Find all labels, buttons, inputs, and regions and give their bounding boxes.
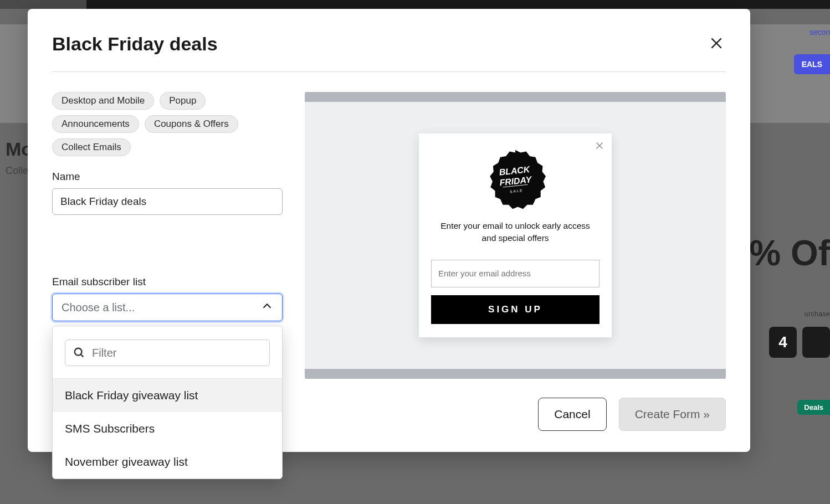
option-november-giveaway[interactable]: November giveaway list bbox=[53, 445, 282, 479]
tag-popup[interactable]: Popup bbox=[160, 92, 206, 110]
option-sms-subscribers[interactable]: SMS Subscribers bbox=[53, 412, 282, 445]
cancel-button[interactable]: Cancel bbox=[538, 398, 606, 431]
subscriber-list-dropdown: Black Friday giveaway list SMS Subscribe… bbox=[52, 326, 283, 479]
close-icon bbox=[709, 36, 724, 50]
popup-signup-button[interactable]: SIGN UP bbox=[431, 295, 600, 324]
black-friday-badge-icon: BLACK FRIDAY SALE bbox=[484, 148, 546, 210]
tag-announcements[interactable]: Announcements bbox=[52, 115, 139, 133]
modal-footer: Cancel Create Form » bbox=[305, 379, 726, 431]
select-placeholder: Choose a list... bbox=[62, 301, 135, 314]
bg-page-subtitle: Colle bbox=[6, 165, 28, 177]
dropdown-filter-wrap bbox=[53, 340, 282, 379]
name-label: Name bbox=[52, 171, 283, 183]
bg-active-tab bbox=[0, 0, 86, 9]
close-button[interactable] bbox=[707, 34, 726, 55]
subscriber-list-select-wrap: Choose a list... Black Friday giveaway l… bbox=[52, 294, 283, 321]
svg-line-1 bbox=[81, 354, 84, 357]
svg-point-0 bbox=[75, 348, 82, 356]
create-form-button[interactable]: Create Form » bbox=[619, 398, 726, 431]
popup-email-input[interactable] bbox=[431, 260, 600, 287]
form-left-column: Desktop and Mobile Popup Announcements C… bbox=[52, 92, 283, 432]
create-form-modal: Black Friday deals Desktop and Mobile Po… bbox=[28, 9, 750, 452]
modal-header: Black Friday deals bbox=[52, 33, 726, 72]
modal-body: Desktop and Mobile Popup Announcements C… bbox=[52, 72, 726, 432]
close-icon bbox=[595, 141, 604, 150]
bg-countdown: 4 bbox=[769, 327, 830, 358]
tag-list: Desktop and Mobile Popup Announcements C… bbox=[52, 92, 283, 156]
bg-countdown-box bbox=[802, 327, 830, 358]
bg-deals-badge: EALS bbox=[794, 54, 830, 74]
filter-input[interactable] bbox=[92, 347, 262, 359]
bg-countdown-box: 4 bbox=[769, 327, 797, 358]
dropdown-filter bbox=[65, 340, 270, 366]
chevron-up-icon bbox=[261, 300, 273, 315]
preview-column: BLACK FRIDAY SALE Enter your email to un… bbox=[305, 92, 726, 432]
subscriber-list-select[interactable]: Choose a list... bbox=[52, 294, 283, 321]
bg-deals-pill: Deals bbox=[797, 400, 830, 415]
name-input[interactable] bbox=[52, 188, 283, 215]
bg-topbar bbox=[0, 0, 830, 9]
popup-preview: BLACK FRIDAY SALE Enter your email to un… bbox=[419, 133, 612, 337]
tag-desktop-mobile[interactable]: Desktop and Mobile bbox=[52, 92, 154, 110]
modal-title: Black Friday deals bbox=[52, 33, 218, 55]
form-preview-pane: BLACK FRIDAY SALE Enter your email to un… bbox=[305, 92, 726, 379]
popup-copy: Enter your email to unlock early access … bbox=[431, 220, 600, 244]
bg-ribbon-text: secon bbox=[809, 28, 830, 37]
bg-promo-text: % Of bbox=[749, 233, 830, 274]
subscriber-list-label: Email subscriber list bbox=[52, 276, 283, 288]
tag-coupons-offers[interactable]: Coupons & Offers bbox=[145, 115, 238, 133]
search-icon bbox=[73, 347, 85, 359]
tag-collect-emails[interactable]: Collect Emails bbox=[52, 138, 131, 156]
popup-close-button[interactable] bbox=[595, 141, 604, 152]
bg-promo-subtext: urchase bbox=[805, 310, 830, 318]
option-black-friday-giveaway[interactable]: Black Friday giveaway list bbox=[53, 379, 282, 412]
